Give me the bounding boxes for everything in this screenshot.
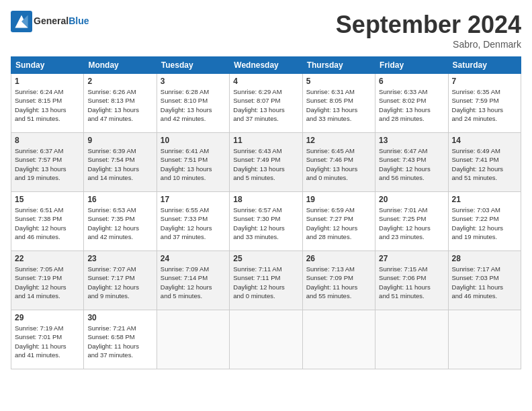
day-info: Sunrise: 7:19 AMSunset: 7:01 PMDaylight:… xyxy=(15,324,80,359)
day-number: 22 xyxy=(15,254,80,263)
day-info: Sunrise: 7:11 AMSunset: 7:11 PMDaylight:… xyxy=(233,265,298,300)
day-info: Sunrise: 7:15 AMSunset: 7:06 PMDaylight:… xyxy=(379,265,444,300)
calendar-cell: 9Sunrise: 6:39 AMSunset: 7:54 PMDaylight… xyxy=(84,133,157,192)
calendar-cell: 13Sunrise: 6:47 AMSunset: 7:43 PMDayligh… xyxy=(375,133,448,192)
title-block: September 2024 Sabro, Denmark xyxy=(336,11,521,50)
calendar-cell: 8Sunrise: 6:37 AMSunset: 7:57 PMDaylight… xyxy=(11,133,84,192)
calendar-cell: 5Sunrise: 6:31 AMSunset: 8:05 PMDaylight… xyxy=(302,74,375,133)
header: GeneralBlue September 2024 Sabro, Denmar… xyxy=(11,11,521,50)
day-number: 14 xyxy=(452,136,517,145)
day-info: Sunrise: 7:13 AMSunset: 7:09 PMDaylight:… xyxy=(306,265,371,300)
location: Sabro, Denmark xyxy=(336,39,521,50)
weekday-row: Sunday Monday Tuesday Wednesday Thursday… xyxy=(11,57,521,74)
calendar-cell: 27Sunrise: 7:15 AMSunset: 7:06 PMDayligh… xyxy=(375,251,448,310)
calendar-week-1: 1Sunrise: 6:24 AMSunset: 8:15 PMDaylight… xyxy=(11,74,521,133)
col-friday: Friday xyxy=(375,57,448,74)
calendar-cell: 4Sunrise: 6:29 AMSunset: 8:07 PMDaylight… xyxy=(230,74,302,133)
day-info: Sunrise: 7:17 AMSunset: 7:03 PMDaylight:… xyxy=(452,265,517,300)
day-info: Sunrise: 6:49 AMSunset: 7:41 PMDaylight:… xyxy=(452,146,517,182)
calendar-cell: 20Sunrise: 7:01 AMSunset: 7:25 PMDayligh… xyxy=(375,192,448,251)
calendar-cell: 10Sunrise: 6:41 AMSunset: 7:51 PMDayligh… xyxy=(157,133,229,192)
day-info: Sunrise: 7:05 AMSunset: 7:19 PMDaylight:… xyxy=(15,265,80,300)
calendar-cell xyxy=(302,310,375,369)
day-info: Sunrise: 6:29 AMSunset: 8:07 PMDaylight:… xyxy=(233,87,298,123)
col-thursday: Thursday xyxy=(302,57,375,74)
day-info: Sunrise: 6:26 AMSunset: 8:13 PMDaylight:… xyxy=(87,87,152,123)
day-number: 27 xyxy=(379,254,444,263)
day-number: 16 xyxy=(87,195,152,204)
calendar-cell: 23Sunrise: 7:07 AMSunset: 7:17 PMDayligh… xyxy=(84,251,157,310)
day-number: 8 xyxy=(15,136,80,145)
col-monday: Monday xyxy=(84,57,157,74)
calendar-cell: 17Sunrise: 6:55 AMSunset: 7:33 PMDayligh… xyxy=(157,192,229,251)
calendar-cell: 3Sunrise: 6:28 AMSunset: 8:10 PMDaylight… xyxy=(157,74,229,133)
day-info: Sunrise: 6:35 AMSunset: 7:59 PMDaylight:… xyxy=(452,87,517,123)
day-number: 11 xyxy=(233,136,298,145)
calendar-body: 1Sunrise: 6:24 AMSunset: 8:15 PMDaylight… xyxy=(11,74,521,369)
day-info: Sunrise: 6:51 AMSunset: 7:38 PMDaylight:… xyxy=(15,205,80,241)
day-number: 12 xyxy=(306,136,371,145)
day-info: Sunrise: 6:47 AMSunset: 7:43 PMDaylight:… xyxy=(379,146,444,182)
calendar-cell: 12Sunrise: 6:45 AMSunset: 7:46 PMDayligh… xyxy=(302,133,375,192)
calendar-cell: 28Sunrise: 7:17 AMSunset: 7:03 PMDayligh… xyxy=(448,251,521,310)
calendar-cell: 29Sunrise: 7:19 AMSunset: 7:01 PMDayligh… xyxy=(11,310,84,369)
logo-blue: Blue xyxy=(69,15,89,26)
calendar-cell: 16Sunrise: 6:53 AMSunset: 7:35 PMDayligh… xyxy=(84,192,157,251)
day-info: Sunrise: 6:28 AMSunset: 8:10 PMDaylight:… xyxy=(161,87,226,123)
day-info: Sunrise: 7:09 AMSunset: 7:14 PMDaylight:… xyxy=(161,265,226,300)
day-number: 1 xyxy=(15,77,80,86)
calendar-cell xyxy=(230,310,302,369)
logo-icon xyxy=(11,11,32,32)
day-info: Sunrise: 6:41 AMSunset: 7:51 PMDaylight:… xyxy=(161,146,226,182)
day-number: 17 xyxy=(161,195,226,204)
calendar-header: Sunday Monday Tuesday Wednesday Thursday… xyxy=(11,57,521,74)
calendar-cell: 11Sunrise: 6:43 AMSunset: 7:49 PMDayligh… xyxy=(230,133,302,192)
calendar-cell: 18Sunrise: 6:57 AMSunset: 7:30 PMDayligh… xyxy=(230,192,302,251)
calendar-cell: 1Sunrise: 6:24 AMSunset: 8:15 PMDaylight… xyxy=(11,74,84,133)
day-number: 30 xyxy=(87,313,152,322)
calendar-cell xyxy=(375,310,448,369)
day-info: Sunrise: 6:43 AMSunset: 7:49 PMDaylight:… xyxy=(233,146,298,182)
day-number: 24 xyxy=(161,254,226,263)
day-number: 29 xyxy=(15,313,80,322)
day-number: 10 xyxy=(161,136,226,145)
calendar-cell: 21Sunrise: 7:03 AMSunset: 7:22 PMDayligh… xyxy=(448,192,521,251)
day-number: 7 xyxy=(452,77,517,86)
day-number: 25 xyxy=(233,254,298,263)
day-number: 20 xyxy=(379,195,444,204)
day-number: 23 xyxy=(87,254,152,263)
logo: GeneralBlue xyxy=(11,11,89,32)
day-info: Sunrise: 7:07 AMSunset: 7:17 PMDaylight:… xyxy=(87,265,152,300)
day-number: 13 xyxy=(379,136,444,145)
calendar-cell: 7Sunrise: 6:35 AMSunset: 7:59 PMDaylight… xyxy=(448,74,521,133)
day-number: 15 xyxy=(15,195,80,204)
calendar-cell: 30Sunrise: 7:21 AMSunset: 6:58 PMDayligh… xyxy=(84,310,157,369)
day-number: 18 xyxy=(233,195,298,204)
day-number: 21 xyxy=(452,195,517,204)
calendar-cell xyxy=(448,310,521,369)
month-title: September 2024 xyxy=(336,11,521,39)
col-sunday: Sunday xyxy=(11,57,84,74)
calendar-cell: 26Sunrise: 7:13 AMSunset: 7:09 PMDayligh… xyxy=(302,251,375,310)
col-tuesday: Tuesday xyxy=(157,57,229,74)
day-info: Sunrise: 7:21 AMSunset: 6:58 PMDaylight:… xyxy=(87,324,152,359)
calendar-cell: 6Sunrise: 6:33 AMSunset: 8:02 PMDaylight… xyxy=(375,74,448,133)
calendar-week-5: 29Sunrise: 7:19 AMSunset: 7:01 PMDayligh… xyxy=(11,310,521,369)
day-info: Sunrise: 6:31 AMSunset: 8:05 PMDaylight:… xyxy=(306,87,371,123)
calendar-week-4: 22Sunrise: 7:05 AMSunset: 7:19 PMDayligh… xyxy=(11,251,521,310)
day-info: Sunrise: 6:33 AMSunset: 8:02 PMDaylight:… xyxy=(379,87,444,123)
day-info: Sunrise: 6:45 AMSunset: 7:46 PMDaylight:… xyxy=(306,146,371,182)
day-info: Sunrise: 6:55 AMSunset: 7:33 PMDaylight:… xyxy=(161,205,226,241)
calendar-cell: 25Sunrise: 7:11 AMSunset: 7:11 PMDayligh… xyxy=(230,251,302,310)
day-number: 4 xyxy=(233,77,298,86)
calendar-cell: 19Sunrise: 6:59 AMSunset: 7:27 PMDayligh… xyxy=(302,192,375,251)
day-number: 19 xyxy=(306,195,371,204)
col-saturday: Saturday xyxy=(448,57,521,74)
page-container: GeneralBlue September 2024 Sabro, Denmar… xyxy=(0,0,532,375)
calendar-cell xyxy=(157,310,229,369)
day-info: Sunrise: 6:59 AMSunset: 7:27 PMDaylight:… xyxy=(306,205,371,241)
calendar-table: Sunday Monday Tuesday Wednesday Thursday… xyxy=(11,56,521,369)
day-info: Sunrise: 6:53 AMSunset: 7:35 PMDaylight:… xyxy=(87,205,152,241)
day-number: 2 xyxy=(87,77,152,86)
calendar-week-3: 15Sunrise: 6:51 AMSunset: 7:38 PMDayligh… xyxy=(11,192,521,251)
